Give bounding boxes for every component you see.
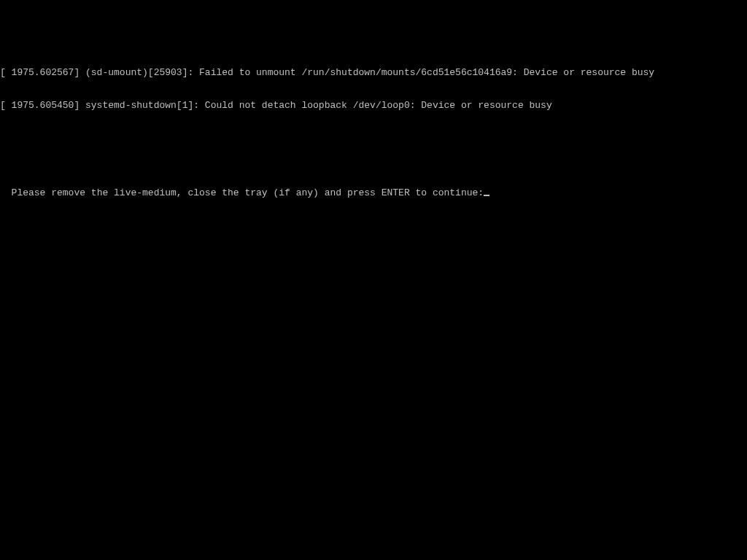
remove-medium-prompt[interactable]: Please remove the live-medium, close the… (12, 187, 484, 198)
console-output: [ 1975.602567] (sd-umount)[25903]: Faile… (0, 45, 747, 198)
log-line: [ 1975.602567] (sd-umount)[25903]: Faile… (0, 67, 747, 78)
blank-line (0, 133, 747, 144)
cursor-icon (484, 195, 489, 196)
log-line: [ 1975.605450] systemd-shutdown[1]: Coul… (0, 100, 747, 111)
blank-line (0, 166, 747, 176)
